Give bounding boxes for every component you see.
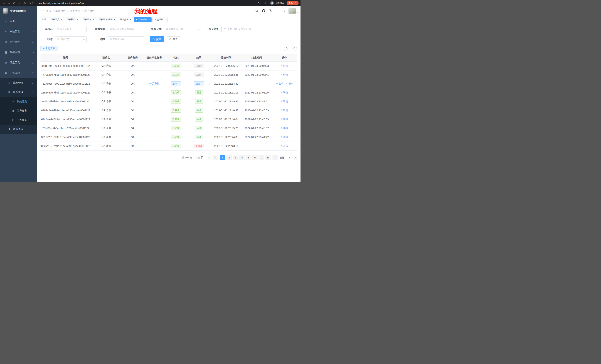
process-definition-input[interactable] (110, 28, 142, 31)
font-size-icon[interactable]: TT (282, 9, 285, 12)
page-button[interactable]: 6 (252, 155, 258, 160)
edit-icon: ✎ (281, 127, 283, 130)
action-detail[interactable]: ✎详情 (281, 126, 288, 130)
sidebar-item-workflow[interactable]: ▦工作流程 (0, 68, 37, 78)
sidebar-item-system-mgmt[interactable]: ⚙系统管理 (0, 26, 37, 37)
breadcrumb-item[interactable]: 首页 (46, 9, 51, 13)
sidebar-item-task-mgmt[interactable]: ⊞任务管理 (0, 87, 37, 97)
cell-end-time: 2022-01-22 23:46:09 (241, 115, 272, 124)
current-task-link[interactable]: 一级审批 (149, 82, 160, 85)
pager-ellipsis: … (259, 155, 264, 160)
page-size-select[interactable]: 10条/页 (194, 155, 211, 160)
search-icon (153, 38, 155, 41)
hamburger-icon[interactable] (40, 10, 43, 12)
close-icon[interactable]: × (130, 19, 131, 21)
github-icon[interactable] (262, 9, 265, 13)
tab-process-definition[interactable]: 流程定义× (49, 17, 64, 22)
date-separator: - (239, 28, 240, 31)
search-icon[interactable] (255, 9, 258, 12)
navbar: 首页/工作流程/任务管理/我的流程 我的流程 ? TT (37, 6, 300, 16)
start-date-placeholder: 开始日期 (228, 28, 237, 31)
close-icon[interactable]: × (114, 19, 115, 21)
action-detail[interactable]: ✎详情 (281, 109, 288, 112)
fullscreen-icon[interactable] (275, 9, 279, 12)
forward-icon[interactable]: → (7, 0, 11, 5)
cell-submit-time: 2022-01-23 00:06:17 (211, 61, 241, 70)
sidebar-item-my-process[interactable]: ✉我的流程 (0, 97, 37, 106)
sidebar-item-todo-task[interactable]: ◉待办任务 (0, 106, 37, 115)
page-button[interactable]: 5 (246, 155, 251, 160)
page-button[interactable]: 3 (233, 155, 238, 160)
breadcrumb-item[interactable]: 任务管理 (70, 9, 80, 13)
reload-icon[interactable]: ⟳ (11, 0, 16, 5)
browser-menu-icon[interactable]: ⋮ (294, 2, 297, 4)
sidebar-item-dev-tools[interactable]: ⚒研发工具 (0, 57, 37, 68)
key-icon[interactable] (257, 1, 260, 4)
edit-icon: ✎ (281, 118, 283, 121)
action-cancel[interactable]: ⊘取消 (276, 82, 283, 85)
action-detail[interactable]: ✎详情 (281, 144, 288, 148)
tab-process-form-edit[interactable]: 流程表单-编辑× (97, 17, 117, 22)
close-icon[interactable]: × (61, 19, 62, 21)
page-button[interactable]: 2 (226, 155, 232, 160)
page-button[interactable]: 1 (220, 155, 225, 160)
cell-actions: ✎详情 (272, 70, 297, 79)
tab-process-form[interactable]: 流程表单× (81, 17, 96, 22)
tab-my-process[interactable]: 我的流程× (134, 17, 151, 22)
action-detail[interactable]: ✎详情 (281, 91, 288, 94)
tab-start-process[interactable]: 发起流程× (152, 17, 168, 22)
refresh-table-button[interactable] (291, 46, 297, 51)
update-button[interactable]: 更新 ⋮ (287, 1, 299, 5)
category-select[interactable]: 请选择流程分类 (164, 26, 201, 32)
address-url[interactable]: dashboard.yudao.iocoder.cn/bpm/task/my (38, 2, 84, 4)
tab-home[interactable]: 首页 (40, 17, 48, 22)
action-detail[interactable]: ✎详情 (285, 82, 293, 85)
cell-status: 已完成 (165, 88, 187, 97)
reset-button[interactable]: 重置 (166, 36, 181, 42)
scissors-icon: ✂ (11, 118, 15, 122)
help-icon[interactable]: ? (269, 9, 272, 12)
close-icon[interactable]: × (164, 19, 166, 21)
prev-page-button[interactable]: ‹ (213, 155, 218, 160)
goto-page-input[interactable] (286, 155, 293, 160)
tab-process-model[interactable]: 流程模型× (65, 17, 80, 22)
sidebar-item-infrastructure[interactable]: ▣基础设施 (0, 47, 37, 57)
home-icon[interactable]: ⌂ (16, 0, 21, 5)
action-detail[interactable]: ✎详情 (281, 100, 288, 103)
avatar[interactable] (289, 8, 296, 14)
close-icon[interactable]: × (77, 19, 78, 21)
breadcrumb-item[interactable]: 工作流程 (55, 9, 66, 13)
breadcrumb-separator: / (67, 10, 68, 12)
chevron-down-icon (32, 51, 34, 53)
security-indicator[interactable]: 不安全 (23, 1, 34, 5)
filter-row-2: 状态 请选择状态 结果 请选择流结果 (40, 36, 297, 42)
action-detail[interactable]: ✎详情 (281, 135, 288, 139)
toggle-search-button[interactable] (284, 46, 289, 51)
start-process-button[interactable]: + 发起流程 (40, 46, 58, 51)
page-button[interactable]: 4 (239, 155, 245, 160)
sidebar-item-payment-mgmt[interactable]: ¥支付管理 (0, 37, 37, 47)
process-name-input[interactable] (57, 28, 84, 31)
sidebar-item-home[interactable]: ⌂首页 (0, 16, 37, 26)
sidebar-item-process-mgmt[interactable]: ≣流程管理 (0, 78, 37, 87)
action-detail[interactable]: ✎详情 (281, 118, 288, 121)
date-range-picker[interactable]: 开始日期 - 结束日期 (221, 26, 264, 32)
status-select[interactable]: 请选择状态 (55, 36, 87, 42)
user-menu[interactable]: ▾ (289, 8, 298, 14)
search-button[interactable]: 搜索 (150, 36, 164, 42)
action-detail[interactable]: ✎详情 (281, 64, 288, 67)
cell-current-task (144, 133, 165, 142)
cell-current-task (144, 88, 165, 97)
next-page-button[interactable]: › (272, 155, 278, 160)
action-detail[interactable]: ✎详情 (281, 73, 288, 77)
sidebar-item-leave-query[interactable]: ♟请假查询 (0, 125, 37, 134)
column-header: 操作 (272, 54, 297, 61)
back-icon[interactable]: ← (2, 0, 7, 5)
sidebar-item-done-task[interactable]: ✂已办任务 (0, 115, 37, 125)
tab-user-group[interactable]: 用户分组× (118, 17, 133, 22)
result-select[interactable]: 请选择流结果 (108, 36, 144, 42)
close-icon[interactable]: × (148, 19, 150, 21)
close-icon[interactable]: × (93, 19, 94, 21)
bookmark-star-icon[interactable]: ☆ (263, 0, 268, 5)
page-button[interactable]: 11 (265, 155, 270, 160)
